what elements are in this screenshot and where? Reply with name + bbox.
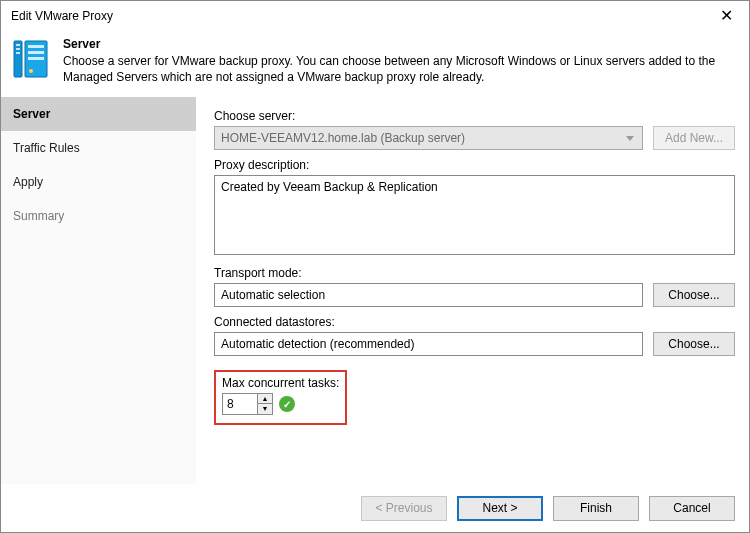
- finish-button[interactable]: Finish: [553, 496, 639, 521]
- svg-rect-7: [28, 57, 44, 60]
- choose-label: Choose...: [668, 288, 719, 302]
- sidebar-item-label: Traffic Rules: [13, 141, 80, 155]
- datastores-section: Connected datastores: Automatic detectio…: [214, 315, 735, 356]
- proxy-description-section: Proxy description:: [214, 158, 735, 258]
- sidebar-item-label: Apply: [13, 175, 43, 189]
- window-title: Edit VMware Proxy: [11, 9, 113, 23]
- svg-point-8: [29, 69, 33, 73]
- datastores-value: Automatic detection (recommended): [214, 332, 643, 356]
- choose-server-section: Choose server: HOME-VEEAMV12.home.lab (B…: [214, 109, 735, 150]
- wizard-body: Server Traffic Rules Apply Summary Choos…: [1, 97, 749, 484]
- add-new-button: Add New...: [653, 126, 735, 150]
- proxy-description-label: Proxy description:: [214, 158, 735, 172]
- wizard-sidebar: Server Traffic Rules Apply Summary: [1, 97, 196, 484]
- wizard-footer: < Previous Next > Finish Cancel: [1, 484, 749, 532]
- choose-server-value: HOME-VEEAMV12.home.lab (Backup server): [221, 131, 465, 145]
- max-tasks-input[interactable]: [223, 394, 257, 414]
- choose-server-dropdown[interactable]: HOME-VEEAMV12.home.lab (Backup server): [214, 126, 643, 150]
- header-text: Server Choose a server for VMware backup…: [63, 37, 723, 85]
- cancel-button[interactable]: Cancel: [649, 496, 735, 521]
- next-button[interactable]: Next >: [457, 496, 543, 521]
- sidebar-item-label: Summary: [13, 209, 64, 223]
- proxy-description-input[interactable]: [214, 175, 735, 255]
- svg-rect-6: [28, 51, 44, 54]
- choose-label: Choose...: [668, 337, 719, 351]
- header-subtitle: Choose a server for VMware backup proxy.…: [63, 53, 723, 85]
- choose-server-label: Choose server:: [214, 109, 735, 123]
- spinner-down-icon[interactable]: ▼: [258, 404, 272, 414]
- sidebar-item-label: Server: [13, 107, 50, 121]
- transport-mode-section: Transport mode: Automatic selection Choo…: [214, 266, 735, 307]
- sidebar-item-apply[interactable]: Apply: [1, 165, 196, 199]
- sidebar-item-server[interactable]: Server: [1, 97, 196, 131]
- datastores-label: Connected datastores:: [214, 315, 735, 329]
- header-title: Server: [63, 37, 723, 51]
- previous-label: < Previous: [375, 501, 432, 515]
- cancel-label: Cancel: [673, 501, 710, 515]
- edit-vmware-proxy-window: Edit VMware Proxy ✕ Server Choose a serv…: [0, 0, 750, 533]
- next-label: Next >: [482, 501, 517, 515]
- transport-mode-label: Transport mode:: [214, 266, 735, 280]
- server-icon: [13, 37, 49, 77]
- transport-mode-value: Automatic selection: [214, 283, 643, 307]
- close-icon[interactable]: ✕: [712, 4, 741, 28]
- check-ok-icon: ✓: [279, 396, 295, 412]
- spinner-up-icon[interactable]: ▲: [258, 394, 272, 404]
- wizard-header: Server Choose a server for VMware backup…: [1, 31, 749, 97]
- transport-mode-choose-button[interactable]: Choose...: [653, 283, 735, 307]
- svg-rect-3: [16, 52, 20, 54]
- add-new-label: Add New...: [665, 131, 723, 145]
- svg-rect-5: [28, 45, 44, 48]
- svg-rect-2: [16, 48, 20, 50]
- titlebar: Edit VMware Proxy ✕: [1, 1, 749, 31]
- wizard-content: Choose server: HOME-VEEAMV12.home.lab (B…: [196, 97, 749, 484]
- finish-label: Finish: [580, 501, 612, 515]
- svg-rect-1: [16, 44, 20, 46]
- datastores-choose-button[interactable]: Choose...: [653, 332, 735, 356]
- max-tasks-spinner[interactable]: ▲ ▼: [222, 393, 273, 415]
- max-tasks-label: Max concurrent tasks:: [222, 376, 339, 390]
- sidebar-item-traffic-rules[interactable]: Traffic Rules: [1, 131, 196, 165]
- previous-button: < Previous: [361, 496, 447, 521]
- svg-rect-0: [14, 41, 22, 77]
- sidebar-item-summary[interactable]: Summary: [1, 199, 196, 233]
- max-tasks-highlight: Max concurrent tasks: ▲ ▼ ✓: [214, 370, 347, 425]
